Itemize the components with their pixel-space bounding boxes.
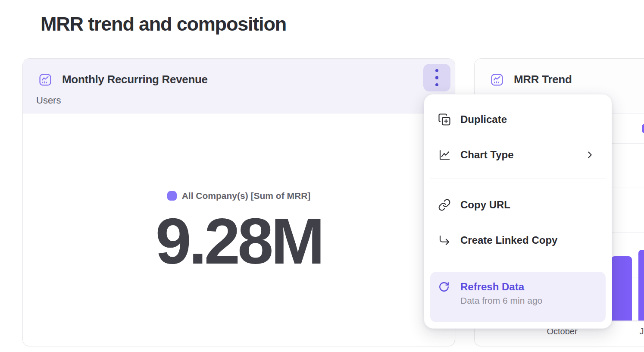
refresh-icon	[438, 281, 450, 292]
bar[interactable]	[638, 250, 644, 321]
card-monthly-recurring-revenue: Monthly Recurring Revenue Users All Comp…	[22, 58, 455, 346]
legend: All Company(s) [Sum of MRR]	[23, 191, 455, 201]
chart-widget-icon	[39, 74, 51, 86]
menu-item-label: Refresh Data	[460, 281, 524, 293]
copy-plus-icon	[438, 113, 451, 126]
kebab-dot	[435, 76, 439, 79]
chart-widget-icon	[491, 74, 503, 86]
chart-line-icon	[438, 148, 451, 161]
chevron-right-icon	[585, 150, 594, 160]
kebab-dot	[435, 69, 439, 72]
menu-item-duplicate[interactable]: Duplicate	[424, 102, 612, 137]
legend-swatch	[167, 191, 177, 201]
card-title: Monthly Recurring Revenue	[62, 73, 208, 86]
menu-item-copy-url[interactable]: Copy URL	[424, 187, 612, 223]
x-tick-label: January	[620, 327, 644, 336]
menu-item-label: Chart Type	[460, 149, 514, 161]
context-menu: Duplicate Chart Type Copy URL	[424, 94, 612, 329]
legend-swatch	[642, 124, 644, 133]
bar[interactable]	[611, 256, 632, 321]
kebab-dot	[435, 83, 439, 87]
legend-label: All Company(s) [Sum of MRR]	[182, 191, 311, 201]
menu-item-chart-type[interactable]: Chart Type	[424, 137, 612, 173]
card-subtitle: Users	[36, 95, 442, 106]
menu-item-label: Create Linked Copy	[460, 234, 557, 246]
menu-item-label: Copy URL	[460, 199, 510, 211]
card-title: MRR Trend	[514, 73, 572, 86]
big-number-chart: All Company(s) [Sum of MRR] 9.28M	[23, 113, 455, 346]
menu-item-refresh-data[interactable]: Refresh Data Data from 6 min ago	[430, 272, 606, 322]
card-header: Monthly Recurring Revenue Users	[23, 59, 455, 113]
big-number-value: 9.28M	[23, 209, 455, 273]
more-options-button[interactable]	[423, 64, 450, 91]
menu-divider	[430, 179, 606, 179]
menu-item-create-linked-copy[interactable]: Create Linked Copy	[424, 223, 612, 258]
corner-down-right-icon	[438, 234, 451, 247]
link-icon	[438, 198, 451, 211]
menu-item-label: Duplicate	[460, 113, 507, 126]
dashboard-page: MRR trend and composition Monthly Recurr…	[0, 0, 644, 352]
refresh-status-text: Data from 6 min ago	[438, 295, 598, 306]
menu-divider	[430, 265, 606, 265]
page-title: MRR trend and composition	[41, 13, 286, 35]
